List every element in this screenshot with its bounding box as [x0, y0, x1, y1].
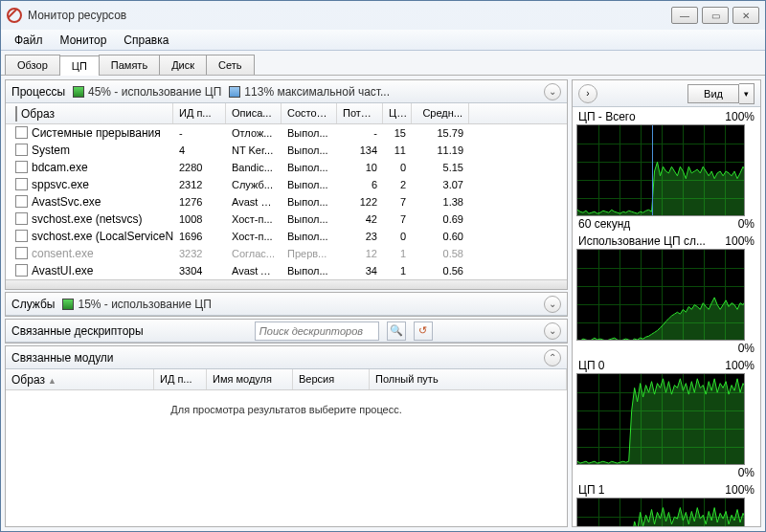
row-checkbox[interactable]	[15, 264, 28, 277]
col-pid[interactable]: ИД п...	[173, 103, 226, 123]
row-checkbox[interactable]	[15, 247, 28, 259]
table-row[interactable]: svchost.exe (LocalServiceNo...1696Хост-п…	[6, 228, 567, 245]
processes-title: Процессы	[11, 85, 65, 99]
chevron-up-icon[interactable]: ⌃	[544, 349, 561, 366]
row-checkbox[interactable]	[15, 212, 28, 225]
window-title: Монитор ресурсов	[28, 9, 671, 22]
processes-panel: Процессы 45% - использование ЦП 113% мак…	[5, 79, 568, 290]
chevron-down-icon[interactable]: ⌄	[544, 322, 561, 340]
handles-header[interactable]: Связанные дескрипторы 🔍 ↺ ⌄	[6, 320, 567, 343]
handles-title: Связанные дескрипторы	[11, 324, 144, 338]
search-box	[255, 321, 379, 341]
chart-max: 100%	[725, 359, 755, 372]
table-row[interactable]: AvastUI.exe3304Avast A...Выпол...3410.56	[6, 262, 567, 279]
modules-header[interactable]: Связанные модули ⌃	[6, 346, 567, 369]
charts-area: ЦП - Всего100%60 секунд0%Использование Ц…	[573, 107, 760, 526]
left-pane: Процессы 45% - использование ЦП 113% мак…	[5, 79, 568, 527]
chart-max: 100%	[725, 483, 755, 497]
col-image[interactable]: Образ ▲	[6, 369, 154, 389]
titlebar[interactable]: Монитор ресурсов — ▭ ✕	[1, 1, 765, 30]
row-checkbox[interactable]	[15, 178, 28, 190]
search-button[interactable]: 🔍	[387, 321, 406, 341]
green-square-icon	[73, 86, 84, 98]
col-modname[interactable]: Имя модуля	[207, 369, 293, 389]
table-row[interactable]: Системные прерывания-Отлож...Выпол...-15…	[6, 124, 567, 142]
col-version[interactable]: Версия	[293, 369, 370, 389]
close-button[interactable]: ✕	[732, 7, 759, 24]
chart-block: ЦП - Всего100%60 секунд0%	[576, 109, 756, 232]
right-header: › Вид ▾	[573, 80, 760, 107]
menu-monitor[interactable]: Монитор	[53, 31, 115, 50]
chart-bottom-right: 0%	[738, 217, 755, 231]
row-checkbox[interactable]	[15, 230, 28, 242]
processes-rows: Системные прерывания-Отлож...Выпол...-15…	[6, 124, 567, 279]
chevron-right-icon[interactable]: ›	[578, 84, 597, 103]
svg-marker-1	[577, 298, 745, 341]
row-checkbox[interactable]	[15, 144, 28, 156]
scrollbar[interactable]	[6, 279, 567, 289]
col-avg[interactable]: Средн...	[412, 103, 469, 123]
modules-empty-message: Для просмотра результатов выберите проце…	[6, 390, 567, 429]
chevron-down-icon[interactable]: ⌄	[544, 83, 561, 100]
view-dropdown-arrow[interactable]: ▾	[739, 83, 755, 104]
table-row[interactable]: svchost.exe (netsvcs)1008Хост-п...Выпол.…	[6, 211, 567, 228]
col-cpu[interactable]: Ц...	[383, 103, 412, 123]
green-square-icon	[62, 299, 74, 310]
window: Монитор ресурсов — ▭ ✕ Файл Монитор Спра…	[0, 0, 766, 532]
row-checkbox[interactable]	[15, 161, 28, 173]
maximize-button[interactable]: ▭	[702, 7, 729, 24]
col-fullpath[interactable]: Полный путь	[370, 369, 567, 389]
chart	[576, 249, 745, 341]
minimize-button[interactable]: —	[671, 7, 698, 24]
chart-title: ЦП - Всего	[578, 110, 636, 123]
chart-bottom-right: 0%	[738, 342, 755, 355]
tab-memory[interactable]: Память	[99, 55, 160, 75]
col-image[interactable]: Образ	[6, 103, 173, 123]
svg-marker-0	[577, 162, 745, 216]
chart-title: Использование ЦП сл...	[578, 234, 706, 248]
processes-header[interactable]: Процессы 45% - использование ЦП 113% мак…	[6, 80, 567, 103]
modules-title: Связанные модули	[11, 351, 114, 365]
search-clear-button[interactable]: ↺	[414, 321, 433, 341]
services-panel: Службы 15% - использование ЦП ⌄	[5, 292, 568, 317]
chevron-down-icon[interactable]: ⌄	[544, 296, 561, 313]
view-button[interactable]: Вид	[687, 84, 739, 103]
row-checkbox[interactable]	[15, 126, 28, 139]
row-checkbox[interactable]	[15, 195, 28, 208]
tab-cpu[interactable]: ЦП	[59, 55, 100, 76]
tabbar: Обзор ЦП Память Диск Сеть	[1, 51, 765, 76]
table-row[interactable]: bdcam.exe2280Bandic...Выпол...1005.15	[6, 159, 567, 176]
svg-marker-2	[577, 379, 745, 465]
services-header[interactable]: Службы 15% - использование ЦП ⌄	[6, 293, 567, 316]
col-threads[interactable]: Потоки	[337, 103, 383, 123]
svg-marker-3	[577, 508, 745, 526]
chart-max: 100%	[725, 234, 755, 248]
table-row[interactable]: consent.exe3232Соглас...Прерв...1210.58	[6, 245, 567, 262]
table-row[interactable]: AvastSvc.exe1276Avast S...Выпол...12271.…	[6, 193, 567, 211]
chart-bottom-right: 0%	[738, 466, 755, 479]
chart	[576, 373, 745, 465]
col-status[interactable]: Состоя...	[282, 103, 337, 123]
menu-help[interactable]: Справка	[116, 31, 176, 50]
services-title: Службы	[11, 298, 55, 311]
menu-file[interactable]: Файл	[7, 31, 51, 50]
col-desc[interactable]: Описа...	[226, 103, 282, 123]
handles-panel: Связанные дескрипторы 🔍 ↺ ⌄	[5, 319, 568, 344]
chart-block: Использование ЦП сл...100%0%	[576, 233, 756, 356]
tab-overview[interactable]: Обзор	[5, 55, 60, 75]
tab-network[interactable]: Сеть	[206, 55, 254, 75]
menubar: Файл Монитор Справка	[1, 30, 765, 51]
chart-bottom-left: 60 секунд	[578, 217, 630, 231]
col-pid[interactable]: ИД п...	[154, 369, 207, 389]
tab-disk[interactable]: Диск	[159, 55, 207, 75]
select-all-checkbox[interactable]	[15, 106, 17, 122]
modules-panel: Связанные модули ⌃ Образ ▲ ИД п... Имя м…	[5, 345, 568, 527]
chart	[576, 124, 745, 216]
processes-freq-stat: 113% максимальной част...	[229, 85, 390, 99]
services-cpu-stat: 15% - использование ЦП	[62, 298, 211, 311]
table-row[interactable]: System4NT Ker...Выпол...1341111.19	[6, 142, 567, 159]
view-dropdown: Вид ▾	[687, 83, 755, 104]
right-pane: › Вид ▾ ЦП - Всего100%60 секунд0%Использ…	[572, 79, 761, 527]
search-input[interactable]	[255, 321, 379, 341]
table-row[interactable]: sppsvc.exe2312Служб...Выпол...623.07	[6, 176, 567, 193]
